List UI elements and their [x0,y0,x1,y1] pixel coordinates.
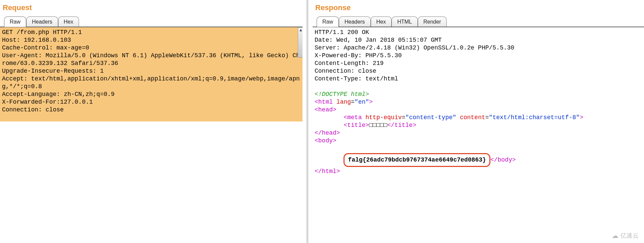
response-title: Response [313,0,644,16]
tab-request-raw[interactable]: Raw [4,16,26,27]
response-body-text[interactable]: HTTP/1.1 200 OKDate: Wed, 10 Jan 2018 05… [313,27,644,177]
response-tabs: Raw Headers Hex HTML Render [313,16,644,27]
response-content: HTTP/1.1 200 OKDate: Wed, 10 Jan 2018 05… [313,27,644,243]
response-panel: Response Raw Headers Hex HTML Render HTT… [313,0,644,243]
tab-response-html[interactable]: HTML [392,16,418,27]
watermark: ☁ 亿速云 [612,232,639,240]
tab-response-render[interactable]: Render [418,16,447,27]
tab-response-raw[interactable]: Raw [317,16,339,27]
tab-request-headers[interactable]: Headers [26,16,58,27]
watermark-label: 亿速云 [620,232,639,240]
panel-divider[interactable] [303,0,313,243]
tab-request-hex[interactable]: Hex [58,16,79,27]
tab-response-hex[interactable]: Hex [371,16,392,27]
request-tabs: Raw Headers Hex [0,16,303,27]
tab-response-headers[interactable]: Headers [339,16,370,27]
request-content: GET /from.php HTTP/1.1 Host: 192.168.0.1… [0,27,303,243]
request-title: Request [0,0,303,16]
cloud-icon: ☁ [612,232,618,240]
request-body-text[interactable]: GET /from.php HTTP/1.1 Host: 192.168.0.1… [0,27,303,122]
request-panel: Request Raw Headers Hex GET /from.php HT… [0,0,303,243]
